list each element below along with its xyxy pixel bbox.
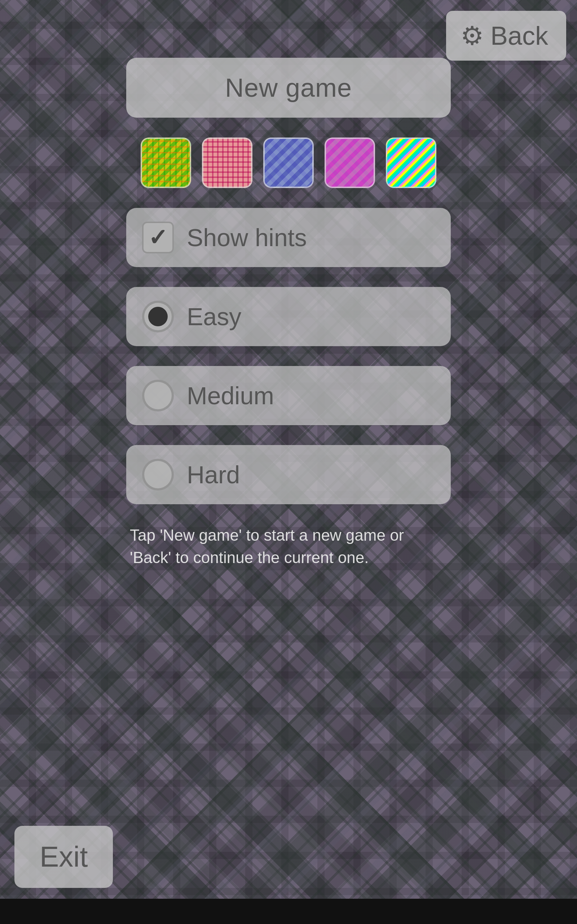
hard-label: Hard xyxy=(187,460,240,489)
easy-radio[interactable] xyxy=(142,300,174,333)
bottom-bar xyxy=(0,899,577,924)
hard-radio[interactable] xyxy=(142,459,174,491)
swatch-green-yellow[interactable] xyxy=(141,137,191,188)
swatch-rainbow[interactable] xyxy=(386,137,436,188)
show-hints-row[interactable]: Show hints xyxy=(126,208,451,267)
show-hints-checkbox[interactable] xyxy=(142,221,174,254)
swatch-blue[interactable] xyxy=(263,137,314,188)
exit-button[interactable]: Exit xyxy=(15,826,113,888)
swatch-purple[interactable] xyxy=(324,137,375,188)
main-content: New game Show hints Easy Medium Hard Tap… xyxy=(126,58,451,569)
medium-label: Medium xyxy=(187,381,274,410)
gear-icon: ⚙ xyxy=(461,23,484,49)
easy-label: Easy xyxy=(187,302,241,331)
easy-row[interactable]: Easy xyxy=(126,287,451,346)
hard-row[interactable]: Hard xyxy=(126,445,451,504)
swatch-pink-red[interactable] xyxy=(202,137,253,188)
medium-row[interactable]: Medium xyxy=(126,366,451,425)
medium-radio[interactable] xyxy=(142,380,174,412)
new-game-button[interactable]: New game xyxy=(126,58,451,118)
back-button[interactable]: ⚙ Back xyxy=(446,11,566,61)
back-label: Back xyxy=(490,21,548,50)
hint-text: Tap 'New game' to start a new game or 'B… xyxy=(126,524,451,569)
theme-swatches xyxy=(126,137,451,188)
show-hints-label: Show hints xyxy=(187,223,307,252)
